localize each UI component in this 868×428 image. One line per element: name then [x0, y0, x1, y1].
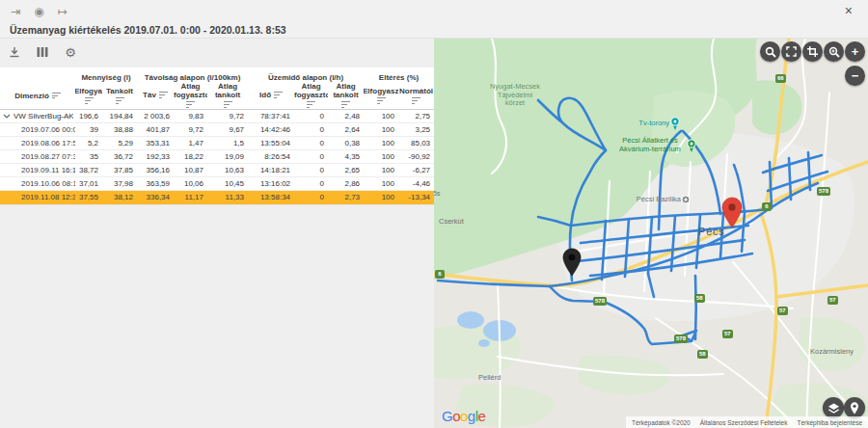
cell[interactable]: 11,33	[207, 190, 248, 203]
cell[interactable]: 353,31	[137, 136, 174, 149]
cell[interactable]: 10,63	[207, 163, 248, 176]
cell[interactable]: 3,25	[398, 122, 434, 136]
cell[interactable]: 192,33	[137, 149, 174, 163]
zoom-in-button[interactable]: +	[845, 41, 865, 62]
fullscreen-icon[interactable]	[781, 41, 801, 62]
cell[interactable]: 5,29	[102, 136, 137, 149]
table-row[interactable]: 2019.08.27 07:35- 3536,72192,3318,2219,0…	[0, 149, 434, 163]
cell[interactable]: 363,59	[137, 176, 174, 190]
cell[interactable]: 0	[294, 109, 328, 122]
google-logo[interactable]: Google	[442, 408, 485, 424]
cell-dimension[interactable]: 2019.09.11 16:18-	[0, 163, 75, 176]
cell[interactable]: 100	[364, 149, 398, 163]
cell[interactable]: 38,72	[75, 163, 102, 176]
table-row[interactable]: 2019.07.06 00:00- 3938,88401,879,729,671…	[0, 122, 434, 136]
column-header-avg-consumed-km[interactable]: Átlag fogyasztott	[174, 83, 207, 109]
dock-left-icon[interactable]: ⇥	[8, 4, 24, 20]
column-header-consumed-pct[interactable]: Elfogyasztott	[364, 83, 398, 109]
map-search-icon[interactable]	[760, 41, 780, 62]
cell[interactable]: -4,46	[398, 176, 434, 190]
download-icon[interactable]	[6, 43, 23, 61]
cell[interactable]: 35	[75, 149, 102, 163]
close-icon[interactable]: ×	[845, 3, 853, 18]
cell[interactable]: 401,87	[137, 122, 174, 136]
cell[interactable]: 10,45	[207, 176, 248, 190]
cell[interactable]: 13:58:34	[248, 190, 294, 203]
poi-basilica-icon[interactable]	[682, 196, 690, 203]
chevron-down-icon[interactable]	[3, 114, 11, 119]
dock-right-icon[interactable]: ↦	[54, 4, 70, 20]
cell[interactable]: 356,16	[137, 163, 174, 176]
column-header-time[interactable]: Idő	[248, 83, 294, 109]
table-row[interactable]: 2019.08.06 17:55- 5,25,29353,311,471,513…	[0, 136, 434, 149]
column-header-avg-refueled-h[interactable]: Átlag tankolt	[328, 83, 364, 109]
cell[interactable]: 2,73	[328, 190, 364, 203]
cell-dimension[interactable]: 2019.10.06 08:19-	[0, 176, 75, 190]
cell[interactable]: -13,34	[398, 190, 434, 203]
cell[interactable]: 2,48	[328, 109, 364, 122]
cell[interactable]: 0	[294, 190, 328, 203]
layers-icon[interactable]	[823, 397, 844, 418]
black-map-marker[interactable]	[562, 248, 582, 277]
table-row-selected[interactable]: 2019.11.08 12:37- 37,5538,12336,3411,171…	[0, 190, 434, 203]
cell[interactable]: 196,6	[75, 109, 102, 122]
cell[interactable]: 36,72	[102, 149, 137, 163]
column-header-avg-consumed-h[interactable]: Átlag fogyasztott	[294, 83, 328, 109]
cell[interactable]: 37,55	[75, 190, 102, 203]
cell[interactable]: 194,84	[102, 109, 137, 122]
cell[interactable]: 13:55:04	[248, 136, 294, 149]
zoom-out-button[interactable]: −	[845, 66, 865, 86]
cell[interactable]: 38,12	[102, 190, 137, 203]
report-map-error-link[interactable]: Térképhiba bejelentése	[797, 419, 862, 426]
column-header-dimension[interactable]: Dimenzió	[0, 83, 75, 109]
cell[interactable]: 37,01	[75, 176, 102, 190]
cell[interactable]: 9,83	[174, 109, 207, 122]
cell[interactable]: 38,88	[102, 122, 137, 136]
cell[interactable]: 1,47	[174, 136, 207, 149]
cell[interactable]: 2 003,6	[137, 109, 174, 122]
cell[interactable]: 2,64	[328, 122, 364, 136]
table-row-vehicle[interactable]: VW SilverBug-AKC-38 196,6194,842 003,69,…	[0, 109, 434, 122]
column-header-avg-refueled-km[interactable]: Átlag tankolt	[207, 83, 248, 109]
cell[interactable]: 2,75	[398, 109, 434, 122]
cell[interactable]: 39	[75, 122, 102, 136]
cell[interactable]: 0,38	[328, 136, 364, 149]
zoom-area-icon[interactable]	[824, 41, 844, 62]
cell[interactable]: 37,85	[102, 163, 137, 176]
cell-dimension[interactable]: 2019.07.06 00:00-	[0, 122, 75, 136]
cell[interactable]: 2,65	[328, 163, 364, 176]
record-icon[interactable]: ◉	[31, 4, 47, 20]
cell[interactable]: 0	[294, 176, 328, 190]
columns-icon[interactable]	[34, 43, 51, 61]
marker-tool-icon[interactable]	[844, 397, 865, 418]
terms-link[interactable]: Általános Szerződési Feltételek	[700, 419, 788, 426]
cell[interactable]: 0	[294, 122, 328, 136]
cell-dimension[interactable]: 2019.08.27 07:35-	[0, 149, 75, 163]
cell[interactable]: 9,72	[207, 109, 248, 122]
table-row[interactable]: 2019.09.11 16:18- 38,7237,85356,1610,871…	[0, 163, 434, 176]
cell[interactable]: 100	[364, 176, 398, 190]
cell[interactable]: 336,34	[137, 190, 174, 203]
cell-dimension[interactable]: 2019.08.06 17:55-	[0, 136, 75, 149]
cell[interactable]: 18,22	[174, 149, 207, 163]
cell[interactable]: 4,35	[328, 149, 364, 163]
cell[interactable]: 0	[294, 163, 328, 176]
cell[interactable]: 100	[364, 163, 398, 176]
cell[interactable]: 10,87	[174, 163, 207, 176]
crop-icon[interactable]	[802, 41, 823, 62]
cell-dimension[interactable]: 2019.11.08 12:37-	[0, 190, 75, 203]
cell[interactable]: 100	[364, 122, 398, 136]
cell[interactable]: 37,98	[102, 176, 137, 190]
cell[interactable]: 85,03	[398, 136, 434, 149]
red-map-marker[interactable]	[721, 197, 743, 228]
cell[interactable]: 2,86	[328, 176, 364, 190]
cell[interactable]: 1,5	[207, 136, 248, 149]
cell[interactable]: 9,67	[207, 122, 248, 136]
column-header-consumed[interactable]: Elfogyasztott	[75, 83, 102, 109]
cell[interactable]: 100	[364, 109, 398, 122]
cell[interactable]: 78:37:41	[248, 109, 294, 122]
cell[interactable]: 0	[294, 136, 328, 149]
cell[interactable]: 14:42:46	[248, 122, 294, 136]
cell[interactable]: 14:18:21	[248, 163, 294, 176]
cell[interactable]: 9,72	[174, 122, 207, 136]
